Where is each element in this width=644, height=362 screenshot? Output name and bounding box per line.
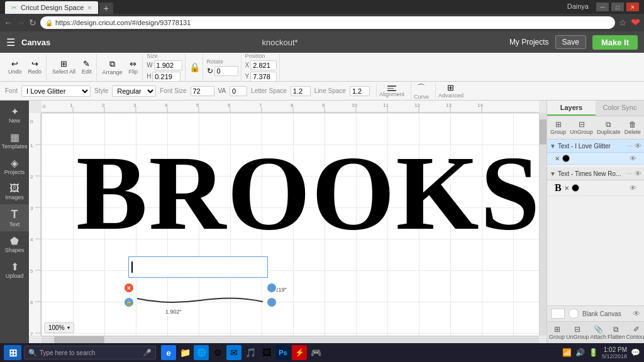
taskbar-search-box[interactable]: 🔍 Type here to search 🎤 <box>24 346 156 359</box>
advanced-btn[interactable]: ⊞ Advanced <box>435 83 466 99</box>
star-icon[interactable]: ☆ <box>619 18 627 28</box>
taskbar-app-folder[interactable]: 📁 <box>177 345 192 360</box>
refresh-btn[interactable]: ↻ <box>29 18 36 28</box>
taskbar-app-mail[interactable]: ✉ <box>226 345 242 360</box>
minimize-btn[interactable]: ─ <box>596 3 609 11</box>
blank-canvas-circle[interactable] <box>569 309 579 319</box>
scrollbar-horizontal[interactable] <box>42 336 539 343</box>
alignment-btn[interactable]: Alignment <box>376 84 407 97</box>
new-tab-btn[interactable]: + <box>99 3 113 14</box>
back-btn[interactable]: ← <box>4 18 13 28</box>
panel-flatten-btn[interactable]: ⧉ Flatten <box>607 324 626 341</box>
resize-handle-tr[interactable] <box>266 282 277 293</box>
layer-2-eye2-icon[interactable]: 👁 <box>630 184 636 192</box>
maximize-btn[interactable]: □ <box>611 3 624 11</box>
taskbar-app-music[interactable]: 🎵 <box>243 345 258 360</box>
layer-1-eye2-icon[interactable]: 👁 <box>630 155 636 162</box>
close-btn[interactable]: × <box>626 3 639 11</box>
x-input[interactable] <box>250 60 277 70</box>
panel-contour-btn[interactable]: ✐ Contour <box>626 324 644 341</box>
edit-btn[interactable]: ✎ Edit <box>80 58 94 76</box>
taskbar-app-flash[interactable]: ⚡ <box>292 345 307 360</box>
blank-canvas-white-box[interactable] <box>551 309 565 319</box>
panel-ungroup-btn[interactable]: ⊟ UnGroup <box>565 324 590 341</box>
main-toolbar: ↩ Undo ↪ Redo ⊞ Select All ✎ Edit ⧉ Arra… <box>0 53 644 82</box>
layer-2-header[interactable]: ▼ Text - Times New Ro... ⋯ 👁 <box>547 167 644 180</box>
width-input[interactable] <box>154 60 182 70</box>
arrange-btn[interactable]: ⧉ Arrange <box>101 58 125 77</box>
ungroup-btn[interactable]: ⊟ UnGroup <box>569 119 594 136</box>
svg-text:0: 0 <box>43 104 46 109</box>
address-bar[interactable]: 🔒 https://design.cricut.com/#/design/937… <box>40 16 615 29</box>
delete-btn[interactable]: 🗑 Delete <box>623 119 642 136</box>
forward-btn[interactable]: → <box>16 18 25 28</box>
svg-text:0: 0 <box>30 119 33 124</box>
panel-attach-btn[interactable]: 📎 Attach <box>590 324 608 341</box>
font-family-select[interactable]: I Love Glitter <box>21 85 91 97</box>
height-input[interactable] <box>152 72 180 82</box>
font-size-input[interactable] <box>191 86 214 96</box>
layer-1-settings-icon[interactable]: ⋯ <box>626 143 633 150</box>
layer-1-eye-icon[interactable]: 👁 <box>635 142 641 150</box>
color-sync-tab[interactable]: Color Sync <box>596 101 644 116</box>
group-btn[interactable]: ⊞ Group <box>549 119 567 136</box>
sidebar-item-images[interactable]: 🖼 Images <box>0 179 29 204</box>
make-it-button[interactable]: Make It <box>592 35 638 50</box>
resize-handle-br[interactable] <box>266 297 277 308</box>
font-style-select[interactable]: Regular <box>112 85 156 97</box>
letter-space-input[interactable] <box>291 86 311 96</box>
duplicate-btn[interactable]: ⧉ Duplicate <box>596 119 622 136</box>
flip-btn[interactable]: ⇔ Flip <box>127 58 140 76</box>
line-space-input[interactable] <box>350 86 370 96</box>
sidebar-item-upload[interactable]: ⬆ Upload <box>0 257 29 283</box>
undo-btn[interactable]: ↩ Undo <box>6 58 24 76</box>
my-projects-link[interactable]: My Projects <box>509 38 549 47</box>
layer-2-settings-icon[interactable]: ⋯ <box>626 170 633 177</box>
layers-tab[interactable]: Layers <box>547 101 596 116</box>
blank-canvas-eye-icon[interactable]: 👁 <box>633 309 640 318</box>
taskbar-app-ie[interactable]: e <box>161 345 176 360</box>
select-all-btn[interactable]: ⊞ Select All <box>50 58 77 76</box>
lock-proportions-btn[interactable]: 🔒 <box>187 54 203 80</box>
redo-btn[interactable]: ↪ Redo <box>26 58 44 76</box>
sidebar-item-new[interactable]: ✦ New <box>0 102 29 128</box>
zoom-control[interactable]: 100% ▾ <box>44 322 74 333</box>
taskbar-app-game[interactable]: 🎮 <box>308 345 323 360</box>
delete-handle[interactable]: × <box>123 282 135 293</box>
layer-2-item[interactable]: B ✕ 👁 <box>547 180 644 196</box>
layer-1-header[interactable]: ▼ Text - I Love Glitter ⋯ 👁 <box>547 140 644 153</box>
y-input[interactable] <box>250 72 277 82</box>
canvas-white[interactable]: BROOKS × 🔒 <box>42 113 539 336</box>
save-button[interactable]: Save <box>555 35 586 49</box>
sidebar-item-shapes[interactable]: ⬟ Shapes <box>0 231 29 257</box>
tab-close-btn[interactable]: × <box>87 4 91 11</box>
canvas-area[interactable]: 0 1 2 3 4 5 6 7 8 9 10 <box>29 101 547 343</box>
new-icon: ✦ <box>11 106 19 118</box>
images-label: Images <box>5 194 24 200</box>
rotate-input[interactable] <box>214 66 238 76</box>
lock-handle[interactable]: 🔒 <box>123 297 135 308</box>
menu-icon[interactable]: ☰ <box>6 36 15 48</box>
taskbar-app-settings[interactable]: ⚙ <box>210 345 225 360</box>
layer-1-item[interactable]: ✕ 👁 <box>547 153 644 165</box>
taskbar-notification-icon[interactable]: 💬 <box>631 348 640 357</box>
taskbar-app-edge[interactable]: 🌐 <box>194 345 209 360</box>
taskbar-clock[interactable]: 1:02 PM 5/12/2018 <box>602 346 627 359</box>
sidebar-item-projects[interactable]: ◈ Projects <box>0 153 29 179</box>
taskbar-app-photo[interactable]: 🖼 <box>259 345 274 360</box>
svg-text:3: 3 <box>30 206 33 211</box>
va-input[interactable] <box>230 86 247 96</box>
panel-group-btn[interactable]: ⊞ Group <box>548 324 565 341</box>
new-label: New <box>9 118 20 124</box>
start-button[interactable]: ⊞ <box>4 345 21 360</box>
brooks-text[interactable]: BROOKS <box>76 132 539 255</box>
svg-text:10: 10 <box>352 102 357 108</box>
taskbar-app-ps[interactable]: Ps <box>275 345 291 360</box>
layer-2-eye-icon[interactable]: 👁 <box>635 170 641 177</box>
sidebar-item-templates[interactable]: ▦ Templates <box>0 128 29 153</box>
sidebar-item-text[interactable]: T Text <box>0 204 29 231</box>
text-input-element[interactable] <box>128 256 268 278</box>
curve-btn[interactable]: ⌒ Curve <box>411 82 431 100</box>
browser-tab[interactable]: ✂ Cricut Design Space × <box>5 1 98 14</box>
scrollbar-vertical[interactable] <box>539 113 547 336</box>
